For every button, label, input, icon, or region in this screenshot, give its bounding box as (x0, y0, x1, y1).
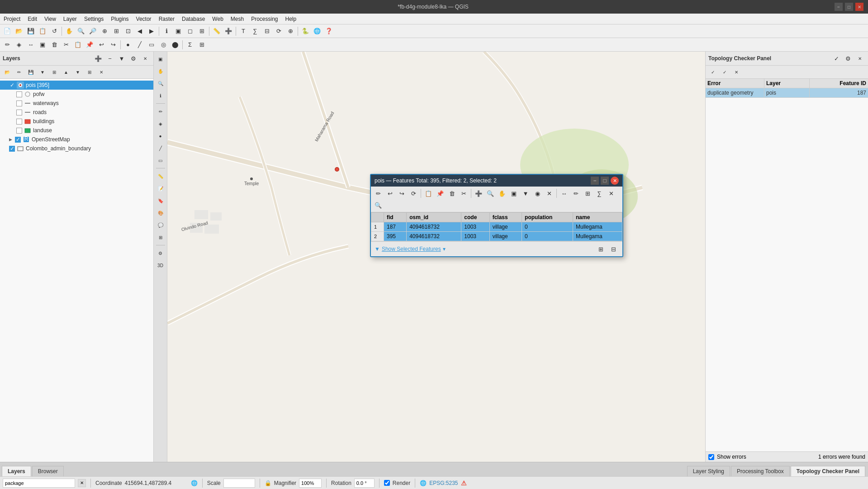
zoom-selection-button[interactable]: ⊡ (123, 26, 133, 37)
menu-processing[interactable]: Processing (247, 15, 281, 23)
pan-map-button[interactable]: ✋ (64, 26, 75, 37)
digitize-button[interactable]: ✏ (2, 39, 13, 50)
layer-item-landuse[interactable]: landuse (0, 126, 153, 135)
layer-remove-btn[interactable]: ✕ (96, 67, 107, 77)
node-tool-button[interactable]: ◈ (14, 39, 24, 50)
dialog-new-row-btn[interactable]: ➕ (473, 188, 484, 199)
layer-checkbox-pofw[interactable] (16, 91, 22, 97)
menu-view[interactable]: View (41, 15, 60, 23)
poly-tool[interactable]: ▭ (155, 155, 166, 166)
menu-layer[interactable]: Layer (60, 15, 81, 23)
dialog-maximize-btn[interactable]: □ (601, 177, 609, 185)
zoom-out-button[interactable]: 🔎 (87, 26, 98, 37)
select-feature-button[interactable]: ▣ (37, 39, 48, 50)
dialog-copy-btn[interactable]: 📋 (423, 188, 434, 199)
add-point-button[interactable]: ● (123, 39, 133, 50)
col-osm-id[interactable]: osm_id (407, 213, 461, 222)
render-checkbox[interactable] (384, 480, 390, 486)
undo-button[interactable]: ↩ (96, 39, 107, 50)
dialog-zoom-btn[interactable]: 🔍 (485, 188, 496, 199)
dialog-footer-expand-btn[interactable]: ⊞ (595, 244, 606, 254)
col-fclass[interactable]: fclass (489, 213, 522, 222)
layer-checkbox-roads[interactable] (16, 110, 22, 115)
maximize-button[interactable]: □ (845, 3, 853, 11)
zoom-prev-button[interactable]: ◀ (134, 26, 145, 37)
attribute-table-tool[interactable]: ⊞ (155, 232, 166, 243)
dialog-close-btn[interactable]: ✕ (611, 177, 619, 185)
table-row-1[interactable]: 1 187 4094618732 1003 village 0 Mullegam… (371, 222, 622, 232)
locator-clear-btn[interactable]: ✕ (78, 479, 86, 487)
topo-validate2-btn[interactable]: ✓ (719, 67, 730, 77)
layer-item-colombo[interactable]: ✓ Colombo_admin_boundary (0, 144, 153, 153)
filter-layer-btn[interactable]: ▼ (116, 53, 127, 64)
dialog-paste-btn[interactable]: 📌 (435, 188, 446, 199)
revert-button[interactable]: ↺ (49, 26, 60, 37)
georef-button[interactable]: ⊟ (261, 26, 272, 37)
layer-move-up-btn[interactable]: ▲ (61, 67, 71, 77)
node-tool[interactable]: ◈ (155, 118, 166, 129)
pan-tool[interactable]: ✋ (155, 66, 166, 77)
zoom-in-button[interactable]: 🔍 (76, 26, 86, 37)
layer-checkbox-buildings[interactable] (16, 119, 22, 125)
dialog-move-btn[interactable]: ↔ (559, 188, 569, 199)
dialog-deselect-btn[interactable]: ✕ (544, 188, 555, 199)
zoom-full-button[interactable]: ⊕ (99, 26, 110, 37)
col-population[interactable]: population (522, 213, 573, 222)
col-fid[interactable]: fid (384, 213, 407, 222)
info-tool[interactable]: ℹ (155, 90, 166, 101)
layer-item-waterways[interactable]: waterways (0, 99, 153, 108)
tab-layers[interactable]: Layers (2, 466, 31, 476)
deselect-button[interactable]: ◻ (185, 26, 195, 37)
topo-clear-btn[interactable]: ✕ (731, 67, 742, 77)
close-layers-btn[interactable]: ✕ (140, 53, 151, 64)
dialog-search-btn[interactable]: 🔍 (373, 200, 384, 211)
layers-options-btn[interactable]: ⚙ (128, 53, 139, 64)
help-button[interactable]: ❓ (323, 26, 334, 37)
add-layer-button[interactable]: ➕ (223, 26, 234, 37)
close-button[interactable]: ✕ (855, 3, 863, 11)
coordinate-crs-btn[interactable]: 🌐 (191, 480, 198, 486)
map-canvas[interactable]: Maharama Road Olvindo Road Temple pois —… (167, 52, 705, 462)
dialog-edit-cell-btn[interactable]: ✏ (570, 188, 581, 199)
layer-checkbox-osm[interactable]: ✓ (15, 137, 21, 143)
menu-web[interactable]: Web (209, 15, 227, 23)
topo-close-btn[interactable]: ✕ (854, 53, 865, 64)
tab-layer-styling[interactable]: Layer Styling (687, 466, 730, 476)
layer-item-roads[interactable]: roads (0, 108, 153, 117)
tab-browser[interactable]: Browser (32, 466, 64, 476)
dialog-reload-btn[interactable]: ⟳ (408, 188, 419, 199)
measure-button[interactable]: 📏 (211, 26, 222, 37)
layer-style-tool[interactable]: 🎨 (155, 207, 166, 218)
locator-input[interactable] (3, 479, 75, 488)
topo-config-btn[interactable]: ⚙ (843, 53, 854, 64)
tab-topology-checker[interactable]: Topology Checker Panel (791, 466, 865, 476)
layer-checkbox-landuse[interactable] (16, 128, 22, 134)
python-console-button[interactable]: 🐍 (300, 26, 311, 37)
add-ring-button[interactable]: ◎ (158, 39, 169, 50)
menu-project[interactable]: Project (0, 15, 24, 23)
topo-validate-btn[interactable]: ✓ (707, 67, 718, 77)
show-selected-label[interactable]: Show Selected Features (382, 246, 441, 252)
zoom-layer-button[interactable]: ⊞ (111, 26, 122, 37)
minimize-button[interactable]: − (835, 3, 843, 11)
stats-button[interactable]: ∑ (250, 26, 261, 37)
edit-tool[interactable]: ✏ (155, 106, 166, 117)
tab-processing-toolbox[interactable]: Processing Toolbox (731, 466, 790, 476)
menu-database[interactable]: Database (178, 15, 209, 23)
dialog-stats-btn[interactable]: ∑ (594, 188, 605, 199)
layer-item-osm[interactable]: ▶ ✓ R OpenStreetMap (0, 135, 153, 144)
topo-check-btn[interactable]: ✓ (831, 53, 842, 64)
show-errors-checkbox[interactable] (708, 454, 714, 460)
save-as-button[interactable]: 📋 (37, 26, 48, 37)
globe-button[interactable]: 🌐 (312, 26, 323, 37)
dialog-edit-btn[interactable]: ✏ (373, 188, 384, 199)
dialog-select-location-btn[interactable]: ◉ (532, 188, 543, 199)
paste-features-button[interactable]: 📌 (84, 39, 95, 50)
measure-length-tool[interactable]: 📏 (155, 171, 166, 182)
coord-capture-button[interactable]: ⊕ (285, 26, 296, 37)
layer-checkbox-pois[interactable]: ✓ (9, 82, 15, 88)
bookmark-tool[interactable]: 🔖 (155, 195, 166, 206)
layer-save-btn[interactable]: 💾 (25, 67, 36, 77)
dialog-pan-btn[interactable]: ✋ (497, 188, 508, 199)
cut-features-button[interactable]: ✂ (61, 39, 71, 50)
